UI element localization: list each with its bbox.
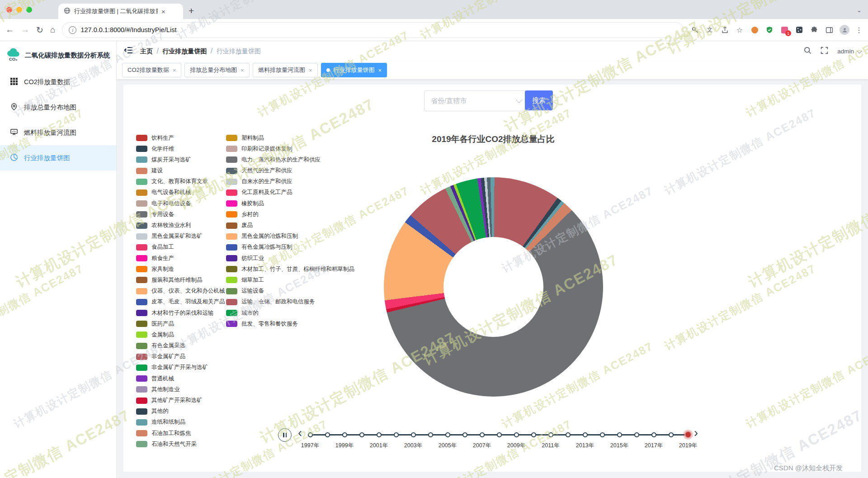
legend-item[interactable]: 化学纤维 <box>136 146 225 152</box>
legend-item[interactable]: 印刷和记录媒体复制 <box>226 146 354 152</box>
timeline-dot[interactable] <box>566 432 571 437</box>
window-minimize-button[interactable] <box>16 7 22 13</box>
legend-item[interactable]: 农林牧渔业水利 <box>136 222 225 229</box>
timeline-dot[interactable] <box>651 432 656 437</box>
timeline-dot[interactable] <box>359 432 364 437</box>
timeline-dot[interactable] <box>428 432 433 437</box>
tab-close-icon[interactable]: × <box>309 67 312 74</box>
legend-item[interactable]: 批发、零售和餐饮服务 <box>226 321 354 327</box>
legend-item[interactable]: 金属制品 <box>136 331 225 338</box>
legend-item[interactable]: 皮革、毛皮、羽绒及相关产品 <box>136 299 225 305</box>
legend-item[interactable]: 普通机械 <box>136 375 225 382</box>
legend-item[interactable]: 造纸和纸制品 <box>136 419 225 426</box>
timeline-dot[interactable] <box>548 432 553 437</box>
share-icon[interactable] <box>720 25 729 34</box>
timeline-dot[interactable] <box>669 432 674 437</box>
side-panel-icon[interactable] <box>825 25 834 34</box>
breadcrumb-section[interactable]: 行业排放量饼图 <box>162 47 207 55</box>
legend-item[interactable]: 橡胶制品 <box>226 200 354 207</box>
legend-item[interactable]: 化工原料及化工产品 <box>226 189 354 196</box>
page-tab[interactable]: 行业排放量饼图× <box>321 63 387 77</box>
legend-item[interactable]: 家具制造 <box>136 266 225 272</box>
timeline-prev-icon[interactable]: ‹ <box>298 427 302 439</box>
legend-item[interactable]: 服装和其他纤维制品 <box>136 277 225 283</box>
timeline-dot[interactable] <box>394 432 399 437</box>
bookmark-star-icon[interactable]: ☆ <box>735 25 744 34</box>
legend-item[interactable]: 煤炭开采与选矿 <box>136 156 225 163</box>
password-key-icon[interactable] <box>690 25 699 34</box>
timeline-dot-current[interactable] <box>684 431 692 438</box>
legend-item[interactable]: 黑色金属采矿和选矿 <box>136 233 225 240</box>
legend-item[interactable]: 石油加工和炼焦 <box>136 430 225 436</box>
timeline-dot[interactable] <box>600 432 605 437</box>
legend-item[interactable]: 其他的 <box>136 408 225 415</box>
legend-item[interactable]: 电力、蒸汽和热水的生产和供应 <box>226 156 354 163</box>
legend-item[interactable]: 有色金属采选 <box>136 343 225 349</box>
legend-item[interactable]: 有色金属冶炼与压制 <box>226 244 354 251</box>
legend-item[interactable]: 非金属矿产品 <box>136 354 225 360</box>
timeline-dot[interactable] <box>497 432 502 437</box>
window-close-button[interactable] <box>6 7 12 13</box>
legend-item[interactable]: 乡村的 <box>226 211 354 218</box>
forward-button[interactable]: → <box>21 25 29 35</box>
legend-item[interactable]: 专用设备 <box>136 211 225 218</box>
extension-mail-icon[interactable]: 1 <box>780 25 789 34</box>
window-zoom-button[interactable] <box>26 7 32 13</box>
timeline-pause-button[interactable] <box>278 428 292 442</box>
legend-item[interactable]: 文化、教育和体育文章 <box>136 179 225 185</box>
legend-item[interactable]: 其他制造业 <box>136 386 225 393</box>
sidebar-item[interactable]: 行业排放量饼图 <box>0 145 116 170</box>
timeline-dot[interactable] <box>411 432 416 437</box>
home-button[interactable]: ⌂ <box>50 25 55 35</box>
legend-item[interactable]: 木材和竹子的采伐和运输 <box>136 310 225 316</box>
legend-item[interactable]: 运输设备 <box>226 288 354 294</box>
legend-item[interactable]: 石油和天然气开采 <box>136 441 225 447</box>
page-tab[interactable]: 燃料排放量河流图× <box>253 63 318 77</box>
extension-shield-icon[interactable] <box>765 25 774 34</box>
extension-orange-icon[interactable] <box>750 25 759 34</box>
timeline-dot[interactable] <box>514 432 519 437</box>
sidebar-item[interactable]: CO2排放量数据 <box>0 69 116 95</box>
legend-item[interactable]: 纺织工业 <box>226 255 354 261</box>
legend-item[interactable]: 建设 <box>136 168 225 174</box>
extension-dice-icon[interactable] <box>795 25 804 34</box>
browser-menu-icon[interactable]: ⋮ <box>855 26 863 34</box>
tab-search-chevron-icon[interactable]: ⌄ <box>857 7 862 14</box>
page-tab[interactable]: 排放总量分布地图× <box>184 63 250 77</box>
timeline-dot[interactable] <box>445 432 450 437</box>
tab-close-icon[interactable]: × <box>161 8 165 15</box>
legend-item[interactable]: 电子和电信设备 <box>136 200 225 207</box>
legend-item[interactable]: 自来水的生产和供应 <box>226 179 354 185</box>
legend-item[interactable]: 仪器、仪表、文化和办公机械 <box>136 288 225 294</box>
fullscreen-icon[interactable] <box>821 47 828 56</box>
sidebar-item[interactable]: 排放总量分布地图 <box>0 95 116 120</box>
legend-item[interactable]: 食品加工 <box>136 244 225 251</box>
legend-item[interactable]: 烟草加工 <box>226 277 354 283</box>
legend-item[interactable]: 城市的 <box>226 310 354 316</box>
search-icon[interactable] <box>804 47 811 56</box>
page-tab[interactable]: CO2排放量数据× <box>122 63 181 77</box>
breadcrumb-home[interactable]: 主页 <box>140 47 153 55</box>
sidebar-item[interactable]: 燃料排放量河流图 <box>0 120 116 145</box>
site-info-icon[interactable]: i <box>69 26 76 34</box>
timeline-dot[interactable] <box>342 432 347 437</box>
legend-item[interactable]: 电气设备和机械 <box>136 189 225 196</box>
timeline-dot[interactable] <box>325 432 330 437</box>
collapse-menu-icon[interactable] <box>124 46 133 56</box>
legend-item[interactable]: 废品 <box>226 222 354 229</box>
tab-close-icon[interactable]: × <box>241 67 244 74</box>
timeline-next-icon[interactable]: › <box>694 427 698 439</box>
legend-item[interactable]: 塑料制品 <box>226 135 354 141</box>
timeline-dot[interactable] <box>377 432 382 437</box>
back-button[interactable]: ← <box>5 25 14 35</box>
timeline-dot[interactable] <box>462 432 467 437</box>
timeline-dot[interactable] <box>617 432 622 437</box>
legend-item[interactable]: 木材加工、竹子、甘蔗、棕榈纤维和稻草制品 <box>226 266 354 272</box>
legend-item[interactable]: 医药产品 <box>136 321 225 327</box>
legend-item[interactable]: 天然气的生产和供应 <box>226 168 354 174</box>
new-tab-button[interactable]: + <box>189 5 194 16</box>
translate-icon[interactable]: 文 <box>705 25 714 34</box>
timeline-dot[interactable] <box>480 432 485 437</box>
legend-item[interactable]: 运输、仓储、邮政和电信服务 <box>226 299 354 305</box>
browser-tab[interactable]: 行业排放量饼图 | 二氧化碳排放量 × <box>58 4 183 19</box>
